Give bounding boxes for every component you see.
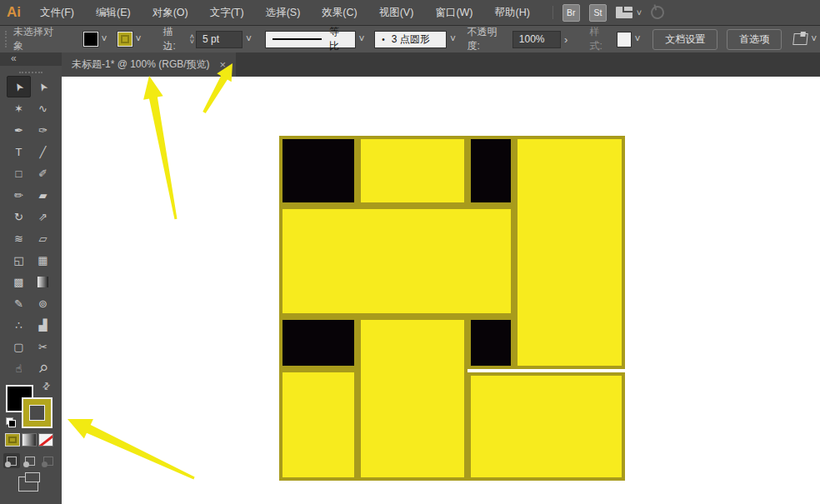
bridge-icon[interactable]: Br [562,4,580,22]
black-rectangle-shape[interactable] [468,136,514,206]
yellow-rectangle-shape[interactable] [358,136,468,206]
black-rectangle-shape[interactable] [279,317,358,369]
draw-normal-button[interactable] [3,453,20,468]
chevron-down-icon[interactable]: ˅ [632,31,643,47]
black-rectangle-shape[interactable] [468,317,514,369]
shape-builder-tool[interactable]: ◱ [7,249,31,271]
hand-tool[interactable]: ☝ [7,357,31,379]
brush-dropdown[interactable]: • 3 点圆形 [374,31,447,48]
menu-item[interactable]: 文件(F) [29,0,85,25]
direct-selection-tool[interactable]: ➤ [31,76,55,97]
stroke-proxy-swatch[interactable] [22,397,52,428]
menu-item[interactable]: 窗口(W) [424,0,483,25]
artboard-tool[interactable]: ▢ [7,336,31,357]
change-screen-mode-icon[interactable] [18,477,38,492]
artboard-tool-icon: ▢ [13,341,23,353]
blend-tool[interactable]: ⊚ [31,292,55,314]
menu-item[interactable]: 文字(T) [199,0,255,25]
magic-wand-tool[interactable]: ✶ [7,97,31,119]
control-panel-menu-icon[interactable] [793,33,809,45]
gradient-tool[interactable] [31,271,55,292]
eyedropper-tool[interactable]: ✎ [7,292,31,314]
yellow-rectangle-shape[interactable] [468,372,625,481]
stroke-color-control[interactable]: ˅ [118,31,145,47]
document-area: 未标题-1* @ 100% (RGB/预览) × [62,52,820,504]
curvature-tool[interactable]: ✑ [31,119,55,141]
chevron-down-icon[interactable]: ˅ [808,31,820,47]
draw-inside-icon [43,457,53,466]
chevron-down-icon[interactable]: ˅ [447,31,458,47]
panel-drag-grip[interactable] [19,72,42,73]
stroke-weight-label[interactable]: 描边: [163,25,185,54]
stock-icon[interactable]: St [589,4,607,22]
yellow-rectangle-shape[interactable] [279,369,358,481]
menu-item[interactable]: 编辑(E) [85,0,142,25]
yellow-rectangle-shape[interactable] [514,136,625,369]
preferences-button[interactable]: 首选项 [727,29,782,50]
black-rectangle-shape[interactable] [279,136,358,206]
pencil-tool[interactable]: ✏ [7,184,31,206]
zoom-tool-icon: ⚲ [36,361,50,375]
slice-tool[interactable]: ✂ [31,336,55,357]
default-fill-stroke-icon[interactable] [6,417,16,427]
lasso-tool[interactable]: ∿ [31,97,55,119]
width-profile-dropdown[interactable]: 等比 [265,31,356,48]
eraser-tool[interactable]: ▰ [31,184,55,206]
workspace-switcher[interactable]: ˅ [616,7,642,18]
paintbrush-tool-icon: ✐ [38,167,48,180]
swap-fill-stroke-icon[interactable]: ⇄ [40,380,53,393]
yellow-rectangle-shape[interactable] [358,317,468,481]
chevron-down-icon[interactable]: ˅ [242,31,254,47]
stroke-weight-stepper[interactable]: ˄ ˅ [190,34,194,44]
fill-color-control[interactable]: ˅ [83,31,111,47]
stroke-weight-value[interactable]: 5 pt [196,31,242,48]
color-mode-button[interactable] [5,433,20,447]
menu-item[interactable]: 效果(C) [311,0,368,25]
curvature-tool-icon: ✑ [38,124,48,137]
selection-tool[interactable]: ➤ [7,76,31,97]
menu-item[interactable]: 选择(S) [255,0,312,25]
stroke-color-swatch[interactable] [118,32,132,47]
width-tool[interactable]: ≋ [7,227,31,249]
type-tool[interactable]: T [7,141,31,162]
chevron-down-icon[interactable]: ˅ [98,31,111,47]
none-mode-button[interactable] [38,433,53,447]
symbol-sprayer-tool[interactable]: ∴ [7,314,31,336]
document-setup-button[interactable]: 文档设置 [652,29,718,50]
scale-tool[interactable]: ⇗ [31,206,55,227]
menu-item[interactable]: 对象(O) [142,0,199,25]
gradient-mode-button[interactable] [22,433,37,447]
zoom-tool[interactable]: ⚲ [31,357,55,379]
opacity-expand-icon[interactable]: › [561,33,571,46]
profile-label: 等比 [329,25,348,53]
tools-panel-header: « [0,52,62,66]
rotate-tool[interactable]: ↻ [7,206,31,227]
draw-inside-button[interactable] [40,453,57,468]
fill-color-swatch[interactable] [83,32,98,47]
document-tab[interactable]: 未标题-1* @ 100% (RGB/预览) × [62,52,236,77]
draw-behind-button[interactable] [22,453,38,468]
yellow-rectangle-shape[interactable] [279,206,514,317]
stepper-down-icon[interactable]: ˅ [190,39,194,44]
blend-tool-icon: ⊚ [38,297,48,310]
free-transform-tool[interactable]: ▱ [31,227,55,249]
menu-item[interactable]: 帮助(H) [484,0,541,25]
pen-tool[interactable]: ✒ [7,119,31,141]
style-swatch[interactable] [617,32,632,47]
mesh-tool[interactable]: ▩ [7,271,31,292]
artboard-canvas[interactable] [62,77,820,504]
panel-grip[interactable] [5,31,7,47]
menu-item[interactable]: 视图(V) [368,0,425,25]
column-graph-tool[interactable]: ▟ [31,314,55,336]
opacity-label[interactable]: 不透明度: [468,25,508,54]
paintbrush-tool[interactable]: ✐ [31,162,55,184]
collapse-panel-icon[interactable]: « [11,52,17,64]
perspective-grid-tool[interactable]: ▦ [31,249,55,271]
perspective-grid-tool-icon: ▦ [38,254,48,267]
rectangle-tool[interactable]: □ [7,162,31,184]
line-segment-tool[interactable]: ╱ [31,141,55,162]
chevron-down-icon[interactable]: ˅ [356,31,368,47]
opacity-value[interactable]: 100% [512,31,561,48]
close-tab-icon[interactable]: × [220,58,227,71]
chevron-down-icon[interactable]: ˅ [132,31,145,47]
